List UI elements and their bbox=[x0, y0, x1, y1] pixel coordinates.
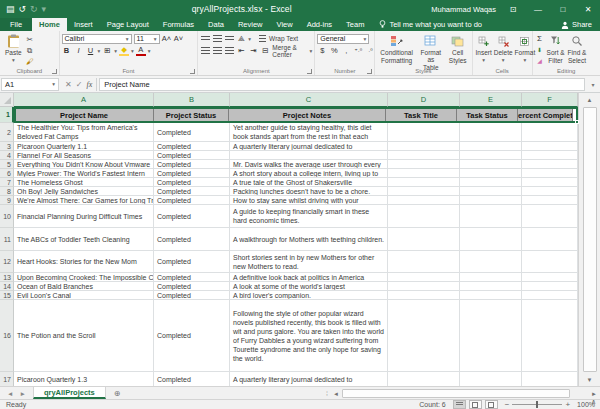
cell-C1[interactable]: Project Notes bbox=[228, 107, 386, 123]
merge-center-icon[interactable]: ⊟ bbox=[260, 46, 270, 56]
next-sheet-icon[interactable]: ► bbox=[19, 390, 25, 397]
redo-icon[interactable]: ↻ bbox=[30, 5, 38, 14]
cell-E14[interactable] bbox=[460, 282, 522, 291]
ribbon-display-options-icon[interactable]: ⊡ bbox=[505, 5, 521, 14]
cell-A8[interactable]: Oh Boy! Jelly Sandwiches bbox=[14, 187, 154, 196]
cell-B7[interactable]: Completed bbox=[154, 178, 230, 187]
decrease-indent-icon[interactable]: ⇤ bbox=[236, 46, 246, 56]
minimize-icon[interactable]: — bbox=[530, 5, 546, 14]
row-number-12[interactable]: 12 bbox=[0, 251, 14, 273]
bold-button[interactable]: B bbox=[62, 46, 72, 56]
cell-D8[interactable] bbox=[388, 187, 460, 196]
horizontal-scrollbar[interactable]: ⁞ ◄ ► bbox=[324, 388, 600, 399]
shrink-font-icon[interactable]: A˅ bbox=[174, 34, 184, 44]
new-sheet-button[interactable]: ⊕ bbox=[106, 387, 129, 399]
name-box[interactable]: A1 ▾ bbox=[1, 78, 59, 91]
cell-E15[interactable] bbox=[460, 291, 522, 300]
cell-D7[interactable] bbox=[388, 178, 460, 187]
cell-F12[interactable] bbox=[522, 251, 578, 273]
row-number-1[interactable]: 1 bbox=[0, 107, 14, 123]
formula-input[interactable]: Project Name bbox=[99, 78, 585, 91]
cell-C10[interactable]: A guide to keeping financially smart in … bbox=[230, 205, 388, 228]
cell-E3[interactable] bbox=[460, 142, 522, 151]
confirm-entry-icon[interactable]: ✓ bbox=[76, 80, 83, 89]
cell-D1[interactable]: Task Title bbox=[385, 107, 457, 123]
cell-E5[interactable] bbox=[460, 160, 522, 169]
cell-E4[interactable] bbox=[460, 151, 522, 160]
cell-F15[interactable] bbox=[522, 291, 578, 300]
cell-F4[interactable] bbox=[522, 151, 578, 160]
cell-B1[interactable]: Project Status bbox=[153, 107, 229, 123]
zoom-in-icon[interactable]: + bbox=[565, 401, 570, 409]
prev-sheet-icon[interactable]: ◄ bbox=[7, 390, 13, 397]
cell-D17[interactable] bbox=[388, 372, 460, 386]
cell-A9[interactable]: We're Almost There: Car Games for Long T… bbox=[14, 196, 154, 205]
normal-view-button[interactable] bbox=[453, 400, 466, 409]
row-number-17[interactable]: 17 bbox=[0, 372, 14, 386]
zoom-out-icon[interactable]: − bbox=[505, 401, 510, 409]
cell-B8[interactable]: Completed bbox=[154, 187, 230, 196]
cell-C8[interactable]: Packing lunches doesn't have to be a cho… bbox=[230, 187, 388, 196]
zoom-slider[interactable] bbox=[512, 404, 562, 405]
borders-icon[interactable]: ⊞ bbox=[102, 46, 112, 56]
clear-icon[interactable]: ◢ bbox=[535, 56, 545, 66]
fill-color-icon[interactable]: ◆ bbox=[119, 46, 129, 56]
cell-F7[interactable] bbox=[522, 178, 578, 187]
cell-E16[interactable] bbox=[460, 300, 522, 372]
cell-B9[interactable]: Completed bbox=[154, 196, 230, 205]
cell-D9[interactable] bbox=[388, 196, 460, 205]
cell-E7[interactable] bbox=[460, 178, 522, 187]
cell-A10[interactable]: Financial Planning During Difficult Time… bbox=[14, 205, 154, 228]
cell-E17[interactable] bbox=[460, 372, 522, 386]
font-family-select[interactable]: Calibri▾ bbox=[62, 34, 132, 44]
column-header-f[interactable]: F bbox=[522, 93, 578, 107]
cell-A5[interactable]: Everything You Didn't Know About Vmware bbox=[14, 160, 154, 169]
page-break-view-button[interactable] bbox=[485, 400, 498, 409]
cell-E8[interactable] bbox=[460, 187, 522, 196]
cell-A4[interactable]: Flannel For All Seasons bbox=[14, 151, 154, 160]
italic-button[interactable]: I bbox=[74, 46, 84, 56]
tab-file[interactable]: File bbox=[0, 18, 32, 31]
row-number-16[interactable]: 16 bbox=[0, 300, 14, 372]
row-number-9[interactable]: 9 bbox=[0, 196, 14, 205]
row-number-4[interactable]: 4 bbox=[0, 151, 14, 160]
scroll-left-icon[interactable]: ◄ bbox=[330, 391, 342, 397]
font-dialog-launcher[interactable] bbox=[190, 69, 195, 74]
cell-B13[interactable]: Completed bbox=[154, 273, 230, 282]
cell-A1[interactable]: Project Name bbox=[14, 107, 154, 123]
save-icon[interactable]: ▤ bbox=[6, 5, 15, 14]
select-all-button[interactable] bbox=[0, 93, 14, 106]
insert-function-icon[interactable]: fx bbox=[86, 80, 92, 89]
align-center-icon[interactable] bbox=[212, 46, 222, 56]
cell-C15[interactable]: A bird lover's companion. bbox=[230, 291, 388, 300]
row-number-11[interactable]: 11 bbox=[0, 228, 14, 251]
number-dialog-launcher[interactable] bbox=[367, 69, 372, 74]
cell-B11[interactable]: Completed bbox=[154, 228, 230, 251]
cell-D3[interactable] bbox=[388, 142, 460, 151]
cell-F16[interactable] bbox=[522, 300, 578, 372]
merge-center-label[interactable]: Merge & Center bbox=[272, 44, 307, 58]
align-right-icon[interactable] bbox=[224, 46, 234, 56]
wrap-text-button[interactable] bbox=[257, 34, 267, 44]
tab-home[interactable]: Home bbox=[32, 18, 67, 31]
cell-B12[interactable]: Completed bbox=[154, 251, 230, 273]
currency-format-icon[interactable]: $ bbox=[317, 46, 327, 56]
cell-C17[interactable]: A quarterly literary journal dedicated t… bbox=[230, 372, 388, 386]
undo-icon[interactable]: ↺ bbox=[19, 5, 27, 14]
orientation-icon[interactable]: ⟁ bbox=[236, 34, 246, 44]
row-number-3[interactable]: 3 bbox=[0, 142, 14, 151]
cell-F13[interactable] bbox=[522, 273, 578, 282]
cell-C12[interactable]: Short stories sent in by new Mothers for… bbox=[230, 251, 388, 273]
row-number-13[interactable]: 13 bbox=[0, 273, 14, 282]
cell-C13[interactable]: A definitive look back at politics in Am… bbox=[230, 273, 388, 282]
share-button[interactable]: Share bbox=[553, 18, 600, 31]
cell-F17[interactable] bbox=[522, 372, 578, 386]
cut-icon[interactable]: ✂ bbox=[25, 35, 35, 45]
row-number-15[interactable]: 15 bbox=[0, 291, 14, 300]
row-number-2[interactable]: 2 bbox=[0, 123, 14, 142]
fill-icon[interactable]: ⬇ bbox=[535, 45, 545, 55]
cell-E1[interactable]: Task Status bbox=[456, 107, 518, 123]
cell-B4[interactable]: Completed bbox=[154, 151, 230, 160]
tab-page-layout[interactable]: Page Layout bbox=[100, 18, 156, 31]
cell-D15[interactable] bbox=[388, 291, 460, 300]
